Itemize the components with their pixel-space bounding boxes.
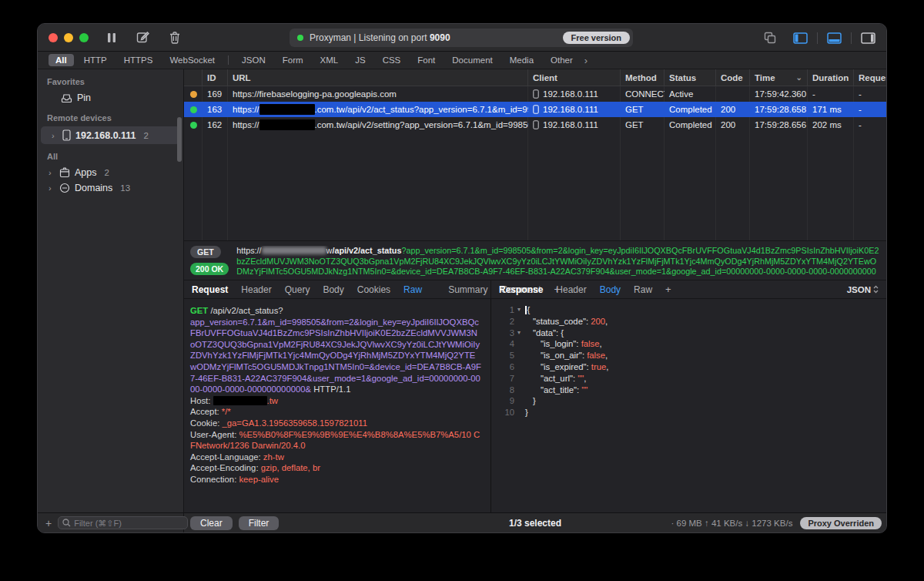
- response-body-pane[interactable]: 1▾{ 2"status_code": 200, 3▾"data": { 4"i…: [491, 299, 886, 512]
- tabs-overflow-chevron-icon[interactable]: ›: [584, 55, 588, 66]
- column-header-method[interactable]: Method: [621, 69, 665, 86]
- compose-icon[interactable]: [136, 31, 149, 44]
- filter-tab-media[interactable]: Media: [503, 54, 541, 66]
- tab-response-header[interactable]: Header: [556, 284, 586, 295]
- tab-request-body[interactable]: Body: [323, 284, 343, 295]
- sidebar-item-device[interactable]: › 192.168.0.111 2: [41, 126, 180, 144]
- sidebar-header-favorites: Favorites: [38, 69, 183, 90]
- sidebar: Favorites Pin Remote devices › 192.168.0…: [38, 69, 184, 512]
- tab-request-raw[interactable]: Raw: [403, 284, 422, 295]
- sidebar-item-pin[interactable]: Pin: [38, 90, 183, 106]
- column-header-code[interactable]: Code: [716, 69, 750, 86]
- filter-tab-form[interactable]: Form: [276, 54, 310, 66]
- request-header-line: Accept-Language: zh-tw: [190, 452, 481, 463]
- sidebar-item-count: 2: [144, 131, 149, 140]
- filter-tab-xml[interactable]: XML: [313, 54, 346, 66]
- request-header-line: Cookie: _ga=GA1.3.1956359658.1597821011: [190, 418, 481, 429]
- column-header-request[interactable]: Request: [854, 69, 887, 86]
- response-format-select[interactable]: JSON: [847, 285, 879, 294]
- chevron-right-icon[interactable]: ›: [52, 131, 58, 140]
- request-raw-pane[interactable]: GET /api/v2/act_status? app_version=6.7.…: [184, 299, 491, 512]
- column-header-duration[interactable]: Duration: [808, 69, 854, 86]
- stepper-chevrons-icon: [873, 285, 879, 294]
- phone-icon: [533, 105, 539, 114]
- tab-response-body[interactable]: Body: [600, 284, 621, 295]
- tab-request-header[interactable]: Header: [241, 284, 271, 295]
- sidebar-item-apps[interactable]: › Apps 2: [38, 165, 183, 180]
- free-version-badge[interactable]: Free version: [563, 32, 630, 44]
- state-dot-success: [190, 106, 197, 113]
- sidebar-item-label: 192.168.0.111: [75, 130, 136, 141]
- response-tab-bar: Response Header Body Raw + JSON: [491, 280, 886, 298]
- filter-tab-js[interactable]: JS: [348, 54, 372, 66]
- request-header-line: Accept-Encoding: gzip, deflate, br: [190, 462, 481, 474]
- content-filter-tabs: All HTTP HTTPS WebSocket JSON Form XML J…: [38, 52, 886, 69]
- zoom-button[interactable]: [79, 33, 89, 42]
- table-row[interactable]: 169 https://firebaselogging-pa.googleapi…: [184, 86, 886, 102]
- table-row-selected[interactable]: 163 https://.com.tw/api/v2/act_status?ap…: [184, 102, 886, 117]
- tab-response-raw[interactable]: Raw: [634, 284, 652, 295]
- add-filter-icon[interactable]: +: [38, 517, 58, 529]
- listening-status-bar[interactable]: Proxyman | Listening on port 9090 Free v…: [290, 29, 633, 47]
- column-header-time[interactable]: Time⌄: [750, 69, 808, 86]
- filter-button[interactable]: Filter: [239, 516, 280, 530]
- network-stats: · 69 MB ↑ 41 KB/s ↓ 1273 KB/s: [671, 519, 793, 528]
- tab-response[interactable]: Response: [499, 284, 543, 295]
- pin-tray-icon: [61, 93, 72, 103]
- listening-status-dot: [297, 35, 303, 41]
- titlebar: Proxyman | Listening on port 9090 Free v…: [38, 24, 886, 52]
- tab-request-query[interactable]: Query: [285, 284, 310, 295]
- request-header-line: Connection: keep-alive: [190, 474, 481, 485]
- tab-request[interactable]: Request: [192, 284, 228, 295]
- proxy-overridden-badge[interactable]: Proxy Overriden: [800, 517, 882, 529]
- chevron-right-icon[interactable]: ›: [49, 183, 55, 193]
- column-header-url[interactable]: URL: [228, 69, 528, 86]
- filter-input-box[interactable]: [58, 516, 188, 529]
- status-bar-sidebar-section: +: [38, 513, 184, 532]
- json-line: 10}: [496, 407, 886, 418]
- copy-icon[interactable]: [764, 32, 776, 44]
- column-header-status[interactable]: Status: [665, 69, 716, 86]
- column-header-id[interactable]: ID: [203, 69, 228, 86]
- filter-tab-http[interactable]: HTTP: [77, 54, 114, 66]
- sidebar-item-label: Domains: [75, 183, 112, 193]
- filter-tab-document[interactable]: Document: [445, 54, 499, 66]
- tab-request-summary[interactable]: Summary: [448, 284, 487, 295]
- toggle-bottom-panel-icon[interactable]: [827, 32, 842, 44]
- sidebar-item-domains[interactable]: › Domains 13: [38, 180, 183, 196]
- chevron-right-icon[interactable]: ›: [49, 168, 55, 177]
- trash-icon[interactable]: [169, 32, 180, 44]
- search-icon: [62, 519, 71, 527]
- listening-status-text: Proxyman | Listening on port 9090: [310, 32, 563, 43]
- filter-tab-other[interactable]: Other: [544, 54, 580, 66]
- add-tab-icon[interactable]: +: [665, 284, 671, 295]
- column-header-client[interactable]: Client: [528, 69, 621, 86]
- redacted-domain: [259, 119, 315, 130]
- close-button[interactable]: [49, 33, 58, 42]
- minimize-button[interactable]: [64, 33, 73, 42]
- filter-tab-all[interactable]: All: [49, 54, 74, 66]
- pause-capture-icon[interactable]: [107, 32, 116, 43]
- tab-request-cookies[interactable]: Cookies: [357, 284, 390, 295]
- redacted-host: [213, 396, 267, 405]
- clear-button[interactable]: Clear: [190, 516, 233, 530]
- toggle-right-panel-icon[interactable]: [861, 32, 875, 44]
- sidebar-item-label: Apps: [75, 167, 97, 178]
- domains-globe-icon: [59, 183, 70, 193]
- tab-divider: [228, 55, 229, 65]
- filter-input[interactable]: [74, 519, 183, 528]
- filter-tab-json[interactable]: JSON: [235, 54, 273, 66]
- filter-tab-css[interactable]: CSS: [376, 54, 408, 66]
- column-header-state[interactable]: [184, 69, 203, 86]
- filter-tab-websocket[interactable]: WebSocket: [162, 54, 222, 66]
- full-url-text[interactable]: https://w/api/v2/act_status?app_version=…: [236, 246, 880, 276]
- toggle-left-panel-icon[interactable]: [793, 32, 808, 44]
- sidebar-item-label: Pin: [77, 92, 91, 103]
- json-line: 8"act_title": "": [496, 385, 886, 396]
- table-row[interactable]: 162 https://.com.tw/api/v2/setting?app_v…: [184, 117, 886, 133]
- filter-tab-font[interactable]: Font: [410, 54, 442, 66]
- sidebar-scrollbar[interactable]: [177, 117, 182, 162]
- filter-tab-https[interactable]: HTTPS: [117, 54, 160, 66]
- sidebar-item-count: 2: [105, 168, 109, 177]
- redacted-domain-blur: [262, 247, 326, 254]
